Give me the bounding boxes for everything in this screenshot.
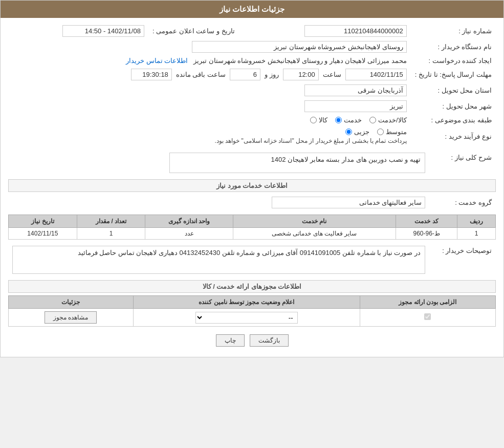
nam-dastgah-label: نام دستگاه خریدار : (411, 39, 496, 55)
sharh-koli-value: تهیه و نصب دوربین های مدار بسته معابر لا… (8, 151, 429, 175)
perm-vaziat-select[interactable]: -- (195, 312, 298, 324)
tarikh-saat-value: 1402/11/08 - 14:50 (8, 23, 148, 39)
sharh-koli-table: شرح کلی نیاز : تهیه و نصب دوربین های مدا… (8, 151, 496, 175)
shomara-niaz-field: 1102104844000002 (304, 25, 407, 37)
footer-buttons: بازگشت چاپ (8, 329, 496, 352)
service-cell-kod_khadamat: ط-96-960 (396, 228, 457, 240)
goroh-table: گروه خدمت : سایر فعالیتهای خدماتی (8, 195, 496, 210)
tabaqe-value: کالا/خدمت خدمت کالا (8, 114, 411, 126)
back-button[interactable]: بازگشت (250, 334, 289, 347)
tarikh-saat-field: 1402/11/08 - 14:50 (62, 25, 144, 37)
permissions-table: الزامی بودن ارائه مجوز اعلام وضعیت مجوز … (8, 295, 496, 327)
toseeh-table: توصیحات خریدار : در صورت نیاز با شماره ت… (8, 244, 496, 276)
col-nam: نام خدمت (233, 215, 396, 228)
radio-kala-khadamat[interactable]: کالا/خدمت (369, 116, 407, 124)
radio-motevaset[interactable]: متوسط (377, 128, 407, 136)
perm-col-elzami: الزامی بودن ارائه مجوز (360, 296, 495, 309)
mohlat-time-field: 19:30:18 (131, 69, 172, 80)
perm-elzami-checkbox (424, 313, 431, 320)
goroh-label: گروه خدمت : (429, 195, 496, 210)
service-cell-radif: 1 (457, 228, 496, 240)
mohlat-roz-label: روز و (265, 71, 279, 78)
mohlat-baghi-label: ساعت باقی مانده (176, 71, 226, 78)
nov-farayand-value: متوسط جزیی پرداخت تمام یا بخشی از مبلغ خ… (8, 126, 411, 146)
radio-kala-input[interactable] (310, 117, 317, 123)
radio-jazii-input[interactable] (345, 129, 352, 135)
sharh-koli-label: شرح کلی نیاز : (429, 151, 496, 175)
page-header: جزئیات اطلاعات نیاز (1, 1, 503, 18)
info-table: شماره نیاز : 1102104844000002 تاریخ و سا… (8, 23, 496, 146)
radio-kala-khadamat-input[interactable] (369, 117, 376, 123)
print-button[interactable]: چاپ (216, 334, 245, 347)
mohlat-date-field: 1402/11/15 (345, 69, 407, 80)
service-cell-vahed: عدد (145, 228, 233, 240)
mohlat-roz-field: 6 (230, 69, 260, 80)
services-table: ردیف کد خدمت نام خدمت واحد اندازه گیری ت… (8, 215, 496, 240)
perm-col-vaziat: اعلام وضعیت مجوز توسط نامین کننده (133, 296, 360, 309)
radio-kala-khadamat-label: کالا/خدمت (378, 116, 407, 124)
mohlat-saat-label: ساعت (323, 71, 341, 78)
nov-farayand-label: نوع فرآیند خرید : (411, 126, 496, 146)
shomara-niaz-value: 1102104844000002 (239, 23, 411, 39)
radio-kala-label: کالا (319, 116, 327, 124)
ostan-value: آذربایجان شرقی (8, 82, 411, 98)
table-row: -- مشاهده مجوز (9, 309, 496, 327)
page-wrapper: جزئیات اطلاعات نیاز شماره نیاز : 1102104… (0, 0, 504, 357)
shahr-value: تبریز (8, 98, 411, 114)
tarikh-saat-label: تاریخ و ساعت اعلان عمومی : (148, 23, 239, 39)
goroh-value: سایر فعالیتهای خدماتی (8, 195, 429, 210)
perm-elzami-cell (360, 309, 495, 327)
toseeh-field: در صورت نیاز با شماره تلفن 09141091005 آ… (12, 246, 425, 274)
col-kod: کد خدمت (396, 215, 457, 228)
mojozha-header: اطلاعات مجوزهای ارائه خدمت / کالا (8, 280, 496, 293)
service-cell-nam_khadamat: سایر فعالیت های خدماتی شخصی (233, 228, 396, 240)
col-tarikh: تاریخ نیاز (9, 215, 77, 228)
ostan-field: آذربایجان شرقی (304, 84, 407, 96)
col-tedad: تعداد / مقدار (77, 215, 145, 228)
ettelaat-tamas-link[interactable]: اطلاعات تماس خریدار (126, 57, 188, 65)
view-mojoz-button[interactable]: مشاهده مجوز (45, 311, 97, 324)
nov-note: پرداخت تمام یا بخشی از مبلغ خریدار از مح… (12, 137, 407, 144)
radio-jazii[interactable]: جزیی (345, 128, 369, 136)
perm-vaziat-cell: -- (133, 309, 360, 327)
ostan-label: استان محل تحویل : (411, 82, 496, 98)
radio-kala[interactable]: کالا (310, 116, 327, 124)
goroh-field: سایر فعالیتهای خدماتی (272, 197, 425, 208)
shahr-field: تبریز (304, 100, 407, 112)
radio-jazii-label: جزیی (354, 128, 369, 136)
mohlat-value: 1402/11/15 ساعت 12:00 روز و 6 ساعت باقی … (8, 67, 411, 82)
sharh-koli-field: تهیه و نصب دوربین های مدار بسته معابر لا… (169, 153, 425, 173)
nam-dastgah-field: روستای لاهیجانبخش خسروشاه شهرستان تبریز (192, 41, 407, 53)
radio-khadamat[interactable]: خدمت (335, 116, 362, 124)
mohlat-saat-field: 12:00 (283, 69, 319, 80)
ijad-konande-text: محمد میرزائی لاهیجان دهیار و روستای لاهی… (193, 57, 407, 65)
service-cell-tedad: 1 (77, 228, 145, 240)
page-title: جزئیات اطلاعات نیاز (220, 5, 284, 13)
toseeh-label: توصیحات خریدار : (429, 244, 496, 276)
radio-motevaset-input[interactable] (377, 129, 384, 135)
ijad-konande-label: ایجاد کننده درخواست : (411, 55, 496, 67)
main-content: شماره نیاز : 1102104844000002 تاریخ و سا… (1, 18, 503, 357)
khadamat-section-header: اطلاعات خدمات مورد نیاز (8, 179, 496, 192)
radio-motevaset-label: متوسط (386, 128, 407, 136)
mohlat-label: مهلت ارسال پاسخ: تا تاریخ : (411, 67, 496, 82)
tabaqe-label: طبقه بندی موضوعی : (411, 114, 496, 126)
radio-khadamat-input[interactable] (335, 117, 342, 123)
shomara-niaz-label: شماره نیاز : (411, 23, 496, 39)
service-cell-tarikh: 1402/11/15 (9, 228, 77, 240)
perm-col-joziat: جزئیات (9, 296, 134, 309)
col-radif: ردیف (457, 215, 496, 228)
toseeh-value: در صورت نیاز با شماره تلفن 09141091005 آ… (8, 244, 429, 276)
shahr-label: شهر محل تحویل : (411, 98, 496, 114)
col-vahed: واحد اندازه گیری (145, 215, 233, 228)
radio-khadamat-label: خدمت (344, 116, 362, 124)
perm-joziat-cell: مشاهده مجوز (9, 309, 134, 327)
nam-dastgah-value: روستای لاهیجانبخش خسروشاه شهرستان تبریز (8, 39, 411, 55)
table-row: 1ط-96-960سایر فعالیت های خدماتی شخصیعدد1… (9, 228, 496, 240)
ijad-konande-value: محمد میرزائی لاهیجان دهیار و روستای لاهی… (8, 55, 411, 67)
